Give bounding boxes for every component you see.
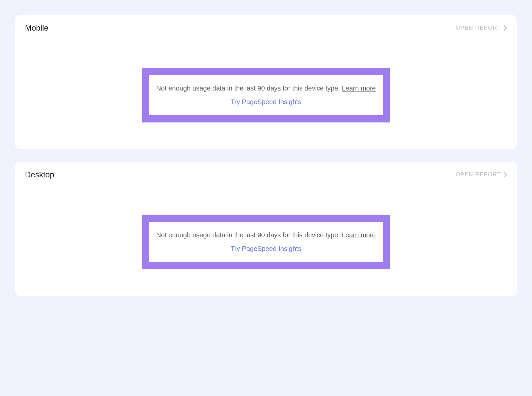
mobile-card-header: Mobile OPEN REPORT (15, 15, 517, 41)
learn-more-link-desktop[interactable]: Learn more (342, 231, 376, 239)
chevron-right-icon (504, 25, 507, 31)
mobile-card-title: Mobile (25, 23, 49, 33)
mobile-card-body: Not enough usage data in the last 90 day… (15, 41, 517, 149)
desktop-card: Desktop OPEN REPORT Not enough usage dat… (15, 162, 517, 296)
desktop-card-body: Not enough usage data in the last 90 day… (15, 188, 517, 296)
chevron-right-icon (504, 172, 507, 177)
no-data-message-desktop: Not enough usage data in the last 90 day… (156, 231, 376, 239)
highlight-callout-mobile: Not enough usage data in the last 90 day… (142, 68, 390, 122)
mobile-card: Mobile OPEN REPORT Not enough usage data… (15, 15, 517, 149)
open-report-button-desktop[interactable]: OPEN REPORT (456, 171, 507, 178)
highlight-callout-desktop: Not enough usage data in the last 90 day… (142, 215, 390, 269)
open-report-label: OPEN REPORT (456, 25, 501, 31)
message-text-span: Not enough usage data in the last 90 day… (156, 85, 342, 92)
try-pagespeed-link-desktop[interactable]: Try PageSpeed Insights (231, 245, 302, 253)
message-box-desktop: Not enough usage data in the last 90 day… (149, 222, 383, 262)
open-report-button-mobile[interactable]: OPEN REPORT (456, 25, 507, 31)
desktop-card-title: Desktop (25, 170, 54, 179)
try-pagespeed-link-mobile[interactable]: Try PageSpeed Insights (231, 98, 302, 106)
message-box-mobile: Not enough usage data in the last 90 day… (149, 75, 383, 115)
learn-more-link-mobile[interactable]: Learn more (342, 85, 376, 92)
message-text-span: Not enough usage data in the last 90 day… (156, 231, 342, 239)
open-report-label: OPEN REPORT (456, 171, 501, 178)
no-data-message-mobile: Not enough usage data in the last 90 day… (156, 85, 376, 92)
desktop-card-header: Desktop OPEN REPORT (15, 162, 517, 188)
